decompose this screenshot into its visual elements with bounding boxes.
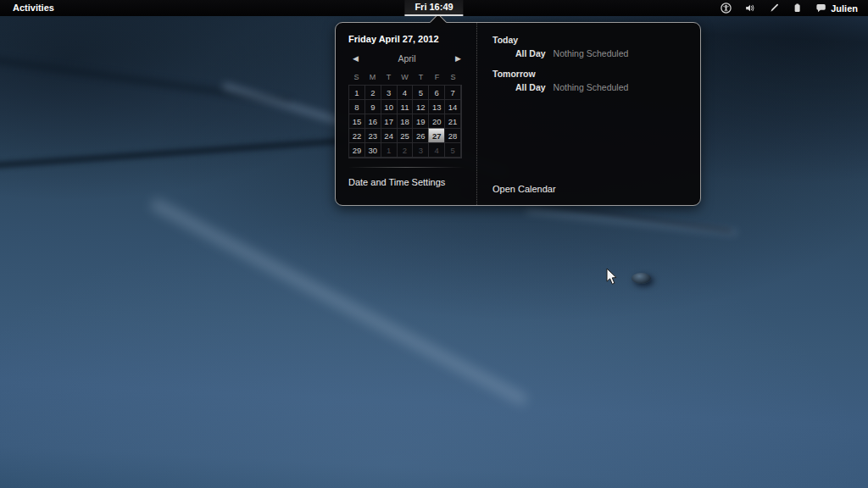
calendar-day[interactable]: 8 [348, 99, 365, 114]
wallpaper-frost-line [526, 208, 737, 236]
day-header: S [348, 71, 364, 83]
calendar-day[interactable]: 21 [444, 114, 461, 129]
event-row: All Day Nothing Scheduled [515, 48, 688, 58]
day-header: S [445, 71, 461, 83]
calendar-day-selected[interactable]: 27 [428, 128, 445, 143]
calendar-day[interactable]: 28 [444, 128, 461, 143]
separator-line [348, 167, 464, 168]
calendar-day[interactable]: 17 [381, 114, 398, 129]
wallpaper-crack [0, 138, 348, 169]
calendar-day[interactable]: 3 [412, 142, 429, 158]
calendar-day[interactable]: 13 [428, 99, 445, 114]
calendar-week-row: 293012345 [349, 143, 461, 158]
events-pane: Today All Day Nothing Scheduled Tomorrow… [476, 23, 700, 205]
calendar-pane: Friday April 27, 2012 ◀ April ▶ SMTWTFS … [336, 23, 476, 205]
calendar-day-header-row: SMTWTFS [348, 71, 462, 83]
calendar-day[interactable]: 2 [364, 85, 381, 100]
day-header: M [364, 71, 381, 83]
calendar-day[interactable]: 14 [444, 99, 461, 114]
current-date-heading: Friday April 27, 2012 [348, 34, 476, 44]
event-group-today: Today All Day Nothing Scheduled [492, 35, 688, 58]
accessibility-icon[interactable] [721, 0, 732, 16]
day-header: T [413, 71, 429, 83]
calendar-day[interactable]: 4 [397, 85, 414, 100]
calendar-day[interactable]: 15 [348, 114, 365, 129]
next-month-button[interactable]: ▶ [453, 53, 464, 64]
chat-bubble-icon [815, 0, 826, 16]
top-bar: Activities Fri 16:49 [0, 0, 868, 16]
day-header: T [381, 71, 397, 83]
calendar-week-row: 1234567 [349, 86, 461, 100]
calendar-day[interactable]: 18 [397, 114, 414, 129]
calendar-day[interactable]: 20 [428, 114, 445, 129]
event-row: All Day Nothing Scheduled [515, 82, 688, 92]
calendar-day[interactable]: 5 [444, 142, 461, 158]
calendar-day[interactable]: 30 [364, 142, 381, 158]
month-navigation: ◀ April ▶ [350, 53, 464, 64]
calendar-day[interactable]: 7 [444, 85, 461, 100]
mouse-cursor [606, 268, 618, 289]
calendar-day[interactable]: 16 [364, 114, 381, 129]
pen-tablet-icon[interactable] [769, 0, 780, 16]
day-header: F [429, 71, 445, 83]
event-description: Nothing Scheduled [554, 82, 629, 92]
calendar-popup: Friday April 27, 2012 ◀ April ▶ SMTWTFS … [335, 22, 701, 206]
calendar-week-row: 22232425262728 [349, 129, 461, 143]
open-calendar-link[interactable]: Open Calendar [492, 184, 556, 194]
calendar-day[interactable]: 23 [364, 128, 381, 143]
event-day-title: Today [492, 35, 688, 45]
calendar-day[interactable]: 19 [412, 114, 429, 129]
event-day-title: Tomorrow [492, 69, 688, 79]
event-description: Nothing Scheduled [554, 48, 629, 58]
wallpaper-pebble [632, 273, 651, 284]
calendar-day[interactable]: 10 [381, 99, 398, 114]
calendar-day[interactable]: 11 [397, 99, 414, 114]
calendar-day[interactable]: 29 [348, 142, 365, 158]
calendar-day[interactable]: 12 [412, 99, 429, 114]
calendar-day[interactable]: 5 [412, 85, 429, 100]
wallpaper-frost-line [149, 197, 529, 406]
volume-icon[interactable] [744, 0, 756, 16]
clock-button[interactable]: Fri 16:49 [404, 0, 463, 16]
calendar-day[interactable]: 4 [428, 142, 445, 158]
month-label: April [398, 53, 415, 64]
battery-icon[interactable] [793, 0, 803, 16]
user-menu-button[interactable]: Julien [815, 0, 858, 16]
calendar-week-row: 15161718192021 [349, 114, 461, 129]
calendar-day[interactable]: 25 [397, 128, 414, 143]
event-group-tomorrow: Tomorrow All Day Nothing Scheduled [492, 69, 688, 92]
user-name-label: Julien [831, 3, 858, 14]
calendar-grid: 1234567891011121314151617181920212223242… [348, 85, 462, 158]
calendar-day[interactable]: 24 [381, 128, 398, 143]
event-time-label: All Day [515, 82, 546, 92]
calendar-week-row: 891011121314 [349, 100, 461, 114]
date-time-settings-link[interactable]: Date and Time Settings [348, 177, 476, 187]
calendar-day[interactable]: 6 [428, 85, 445, 100]
previous-month-button[interactable]: ◀ [350, 53, 361, 64]
calendar-day[interactable]: 1 [348, 85, 365, 100]
calendar-day[interactable]: 9 [364, 99, 381, 114]
calendar-day[interactable]: 26 [412, 128, 429, 143]
event-time-label: All Day [515, 48, 546, 58]
day-header: W [397, 71, 413, 83]
calendar-day[interactable]: 3 [381, 85, 398, 100]
calendar-day[interactable]: 1 [381, 142, 398, 158]
calendar-day[interactable]: 2 [397, 142, 414, 158]
calendar-day[interactable]: 22 [348, 128, 365, 143]
activities-button[interactable]: Activities [8, 0, 59, 16]
wallpaper-crack [0, 57, 292, 104]
